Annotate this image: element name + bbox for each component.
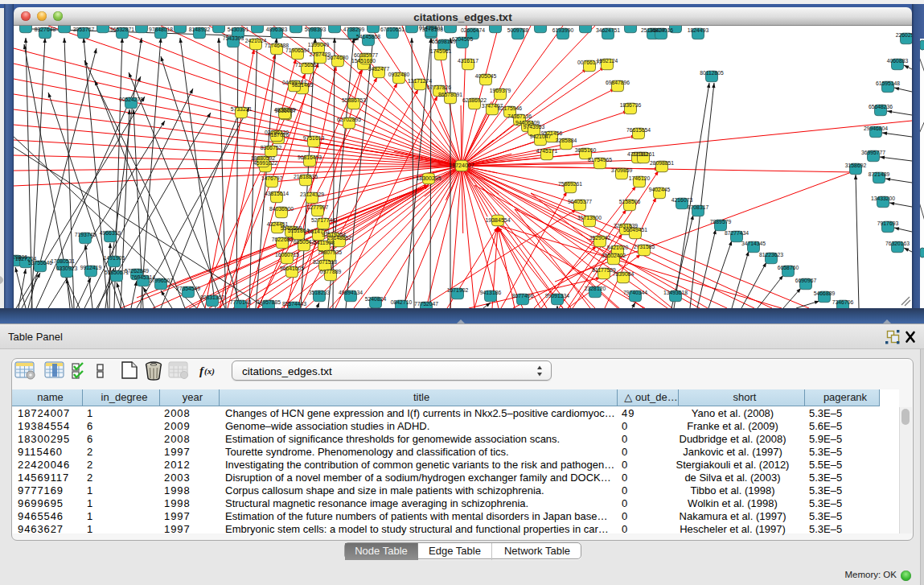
- svg-text:(x): (x): [204, 366, 215, 377]
- svg-text:5151864: 5151864: [288, 228, 310, 233]
- svg-text:97848018: 97848018: [149, 27, 173, 32]
- svg-text:29946804: 29946804: [864, 126, 888, 131]
- svg-text:87277434: 87277434: [725, 230, 749, 236]
- svg-text:87234309: 87234309: [483, 26, 507, 27]
- svg-text:5674680: 5674680: [327, 55, 349, 60]
- svg-text:9413186: 9413186: [480, 290, 502, 295]
- svg-text:81754965: 81754965: [588, 157, 612, 163]
- svg-text:57262849: 57262849: [125, 268, 149, 274]
- svg-text:28098851: 28098851: [650, 160, 674, 166]
- svg-text:80831367: 80831367: [200, 295, 224, 300]
- svg-text:86578091: 86578091: [438, 92, 462, 97]
- svg-text:52717744: 52717744: [311, 217, 335, 223]
- svg-text:60385977: 60385977: [354, 52, 378, 58]
- svg-text:62702895: 62702895: [337, 117, 361, 122]
- svg-text:75869261: 75869261: [558, 181, 582, 187]
- svg-text:2260256: 2260256: [896, 32, 912, 38]
- svg-text:7622683: 7622683: [272, 237, 294, 242]
- svg-text:62386922: 62386922: [462, 97, 487, 103]
- svg-text:18880592: 18880592: [251, 155, 275, 161]
- svg-text:8721489: 8721489: [869, 171, 890, 177]
- svg-text:7543303: 7543303: [223, 35, 244, 41]
- svg-text:27111161: 27111161: [632, 151, 655, 157]
- svg-text:6998543: 6998543: [575, 26, 597, 27]
- svg-text:80112805: 80112805: [700, 70, 724, 76]
- svg-text:96641605: 96641605: [280, 266, 304, 271]
- svg-text:5009788: 5009788: [507, 27, 529, 33]
- svg-text:1671902: 1671902: [447, 287, 469, 293]
- svg-text:00524278: 00524278: [119, 97, 143, 102]
- svg-text:1399049: 1399049: [308, 42, 330, 47]
- svg-text:53755646: 53755646: [28, 260, 52, 266]
- svg-text:65648236: 65648236: [869, 104, 893, 109]
- svg-text:5030564: 5030564: [54, 26, 76, 27]
- svg-text:7991183: 7991183: [620, 26, 641, 27]
- svg-text:2731585: 2731585: [634, 244, 655, 249]
- svg-text:1476797: 1476797: [261, 175, 283, 181]
- svg-text:1031051: 1031051: [324, 26, 346, 27]
- svg-text:0842710: 0842710: [391, 299, 413, 305]
- svg-text:96816453: 96816453: [298, 154, 322, 160]
- svg-text:7917693: 7917693: [877, 220, 899, 226]
- svg-text:0377889: 0377889: [320, 269, 342, 274]
- svg-text:79740344: 79740344: [623, 290, 647, 295]
- svg-text:34957885: 34957885: [257, 299, 281, 305]
- svg-text:02296120: 02296120: [265, 130, 289, 135]
- svg-text:3953767: 3953767: [73, 27, 95, 32]
- svg-text:1824493: 1824493: [688, 27, 709, 33]
- svg-text:71756551: 71756551: [295, 62, 319, 68]
- svg-text:9912419: 9912419: [80, 265, 102, 270]
- svg-text:36995777: 36995777: [861, 150, 885, 155]
- svg-text:7770143: 7770143: [230, 299, 252, 305]
- svg-text:6690967: 6690967: [795, 278, 817, 283]
- svg-text:8677496: 8677496: [512, 293, 534, 299]
- svg-text:01429401: 01429401: [419, 26, 443, 31]
- svg-text:61595148: 61595148: [876, 80, 900, 86]
- svg-text:15451680: 15451680: [351, 58, 376, 64]
- svg-text:5430391: 5430391: [228, 27, 249, 32]
- svg-text:8327648: 8327648: [35, 27, 56, 32]
- svg-text:4316117: 4316117: [458, 58, 478, 64]
- svg-text:4216073: 4216073: [671, 197, 693, 203]
- svg-text:6193990: 6193990: [552, 27, 574, 33]
- svg-text:67010651: 67010651: [380, 27, 405, 32]
- svg-text:7182278: 7182278: [247, 26, 269, 27]
- svg-text:13171274: 13171274: [408, 78, 432, 84]
- svg-text:84036900: 84036900: [269, 206, 294, 212]
- svg-text:96405377: 96405377: [568, 199, 592, 204]
- svg-text:81223623: 81223623: [759, 252, 783, 257]
- svg-text:71906594: 71906594: [285, 47, 310, 53]
- svg-text:98084124: 98084124: [663, 26, 688, 27]
- svg-text:6850542: 6850542: [294, 239, 315, 245]
- svg-text:0932480: 0932480: [388, 72, 410, 77]
- svg-text:4936899: 4936899: [274, 107, 296, 113]
- svg-text:56049451: 56049451: [623, 227, 647, 233]
- svg-text:76320163: 76320163: [885, 241, 910, 246]
- svg-text:9743953: 9743953: [524, 124, 545, 130]
- svg-text:7346706: 7346706: [832, 299, 854, 305]
- svg-text:5098393: 5098393: [305, 27, 326, 32]
- svg-text:7839084: 7839084: [613, 271, 634, 277]
- svg-text:17080531: 17080531: [51, 258, 75, 264]
- svg-text:7193745: 7193745: [75, 232, 97, 237]
- svg-text:13493618: 13493618: [663, 290, 688, 295]
- svg-text:34874016: 34874016: [649, 27, 673, 33]
- svg-text:3158692: 3158692: [845, 163, 867, 168]
- svg-text:4738299: 4738299: [343, 27, 365, 32]
- svg-text:54145868: 54145868: [356, 34, 380, 39]
- svg-text:3709859: 3709859: [611, 167, 633, 173]
- svg-text:5240824: 5240824: [365, 296, 387, 302]
- svg-text:9751613: 9751613: [303, 135, 325, 141]
- svg-text:2421024: 2421024: [245, 38, 267, 43]
- svg-text:1836736: 1836736: [620, 102, 642, 108]
- svg-text:34714345: 34714345: [741, 241, 766, 246]
- svg-text:69847896: 69847896: [606, 80, 630, 85]
- svg-text:18300295: 18300295: [416, 175, 441, 181]
- svg-text:96532871: 96532871: [110, 27, 134, 32]
- svg-text:3685160: 3685160: [575, 147, 597, 153]
- svg-text:5466889: 5466889: [814, 290, 836, 296]
- svg-text:3529042: 3529042: [589, 235, 611, 241]
- svg-text:0330923: 0330923: [56, 266, 78, 271]
- svg-text:1969379: 1969379: [490, 88, 511, 93]
- svg-text:4896383: 4896383: [266, 27, 288, 32]
